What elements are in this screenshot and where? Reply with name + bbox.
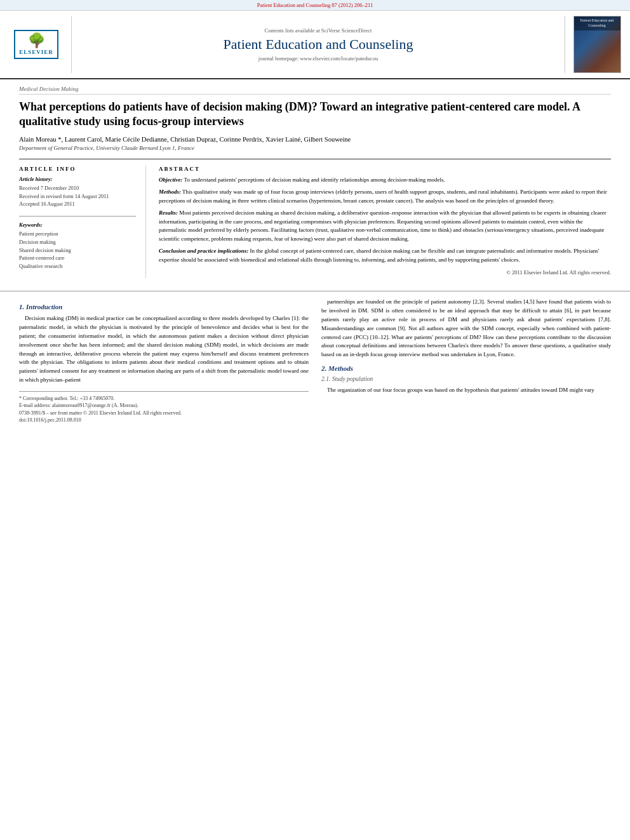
- abstract-results: Results: Most patients perceived decisio…: [159, 209, 611, 243]
- elsevier-name: ELSEVIER: [19, 49, 53, 55]
- journal-cover-label: Patient Education and Counseling: [574, 17, 620, 30]
- abstract-methods: Methods: This qualitative study was made…: [159, 188, 611, 205]
- article-history: Article history: Received 7 December 201…: [19, 176, 136, 208]
- article-header: Medical Decision Making What perceptions…: [0, 79, 630, 284]
- journal-cover-image: Patient Education and Counseling: [573, 16, 621, 73]
- keyword-4: Patient-centered care: [19, 254, 136, 262]
- journal-citation: Patient Education and Counseling 87 (201…: [257, 2, 373, 8]
- methods-text: This qualitative study was made up of fo…: [159, 189, 607, 204]
- methods-label: Methods:: [159, 189, 181, 195]
- authors: Alain Moreau *, Laurent Carol, Marie Céc…: [19, 136, 611, 143]
- results-label: Results:: [159, 210, 178, 216]
- elsevier-logo: 🌳 ELSEVIER: [8, 16, 65, 73]
- article-body: 1. Introduction Decision making (DM) in …: [0, 291, 630, 430]
- keyword-3: Shared decision making: [19, 246, 136, 255]
- conclusion-label: Conclusion and practice implications:: [159, 248, 248, 254]
- article-info-title: ARTICLE INFO: [19, 166, 136, 172]
- intro-heading: 1. Introduction: [19, 303, 309, 310]
- article-info-col: ARTICLE INFO Article history: Received 7…: [19, 166, 146, 278]
- info-divider: [19, 216, 136, 217]
- journal-title: Patient Education and Counseling: [224, 36, 413, 53]
- corresponding-note: * Corresponding author. Tel.: +33 4 7496…: [19, 395, 309, 402]
- journal-title-block: Contents lists available at SciVerse Sci…: [71, 16, 565, 73]
- keywords-block: Keywords: Patient perception Decision ma…: [19, 222, 136, 270]
- copyright: © 2011 Elsevier Ireland Ltd. All rights …: [159, 269, 611, 276]
- abstract-objective: Objective: To understand patients' perce…: [159, 176, 611, 185]
- objective-label: Objective:: [159, 177, 182, 183]
- journal-header: 🌳 ELSEVIER Contents lists available at S…: [0, 11, 630, 79]
- accepted-date: Accepted 16 August 2011: [19, 200, 136, 208]
- abstract-conclusion: Conclusion and practice implications: In…: [159, 247, 611, 264]
- keywords-label: Keywords:: [19, 222, 136, 228]
- footnote-block: * Corresponding author. Tel.: +33 4 7496…: [19, 391, 309, 423]
- section-label: Medical Decision Making: [19, 86, 611, 95]
- article-info-abstract: ARTICLE INFO Article history: Received 7…: [19, 159, 611, 278]
- keyword-5: Qualitative research: [19, 262, 136, 270]
- results-text: Most patients perceived decision making …: [159, 210, 607, 242]
- body-columns: 1. Introduction Decision making (DM) in …: [19, 298, 611, 423]
- issn-note: 0738-3991/$ – see front matter © 2011 El…: [19, 410, 309, 417]
- body-left-col: 1. Introduction Decision making (DM) in …: [19, 298, 309, 423]
- doi-note: doi:10.1016/j.pec.2011.08.010: [19, 417, 309, 423]
- email-note: E-mail address: alainmoreau0917@orange.f…: [19, 402, 309, 409]
- body-right-col: partnerships are founded on the principl…: [321, 298, 611, 423]
- article-title: What perceptions do patients have of dec…: [19, 100, 611, 130]
- intro-para: Decision making (DM) in medical practice…: [19, 314, 309, 385]
- top-bar: Patient Education and Counseling 87 (201…: [0, 0, 630, 11]
- journal-thumbnail: Patient Education and Counseling: [572, 16, 622, 73]
- keyword-2: Decision making: [19, 238, 136, 246]
- keyword-1: Patient perception: [19, 230, 136, 238]
- right-para-1: partnerships are founded on the principl…: [321, 298, 611, 360]
- journal-homepage: journal homepage: www.elsevier.com/locat…: [258, 55, 378, 62]
- affiliation: Department of General Practice, Universi…: [19, 145, 611, 151]
- history-label: Article history:: [19, 176, 136, 182]
- methods-heading: 2. Methods: [321, 364, 611, 372]
- study-population-para: The organization of our four focus group…: [321, 386, 611, 395]
- contents-availability: Contents lists available at SciVerse Sci…: [265, 27, 372, 34]
- abstract-col: ABSTRACT Objective: To understand patien…: [159, 166, 611, 278]
- tree-icon: 🌳: [28, 34, 45, 48]
- study-population-subheading: 2.1. Study population: [321, 376, 611, 382]
- revised-date: Received in revised form 14 August 2011: [19, 192, 136, 201]
- received-date: Received 7 December 2010: [19, 184, 136, 192]
- abstract-title: ABSTRACT: [159, 166, 611, 172]
- objective-text: To understand patients' perceptions of d…: [184, 177, 445, 183]
